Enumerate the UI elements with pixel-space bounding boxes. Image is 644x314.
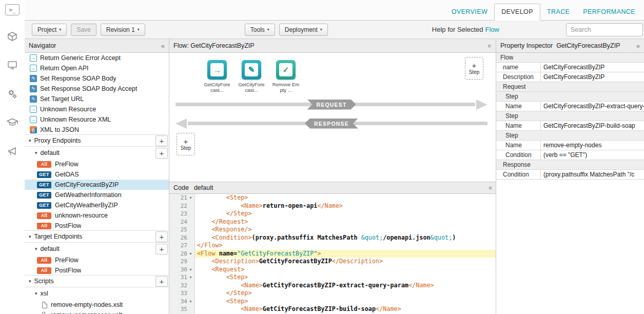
add-default-button[interactable]: + <box>155 244 168 254</box>
inspector-row-label: Condition <box>496 150 540 160</box>
section-label: Proxy Endpoints <box>34 137 81 144</box>
deployment-menu-label: Deployment <box>285 26 318 33</box>
fold-toggle-icon[interactable]: ▾ <box>187 195 194 200</box>
gutter-line: 23 <box>169 210 194 218</box>
flow-title: Flow: GetCityForecastByZIP <box>173 42 255 49</box>
inspector-row-label: Step <box>496 92 518 101</box>
code-line: <Request> <box>195 266 496 274</box>
flow-item-postflow[interactable]: AllPostFlow <box>25 221 169 231</box>
search-input[interactable] <box>566 23 643 36</box>
collapse-flow-icon[interactable]: « <box>486 44 493 47</box>
line-number: 27 <box>181 242 187 249</box>
policy-item-set-target-url[interactable]: ✎Set Target URL <box>25 94 169 104</box>
gears-icon[interactable] <box>4 86 21 102</box>
fold-toggle-icon[interactable]: ▾ <box>187 299 194 304</box>
code-line: <Name>GetCityForecastByZIP-extract-query… <box>195 282 496 290</box>
extract-policy-icon: → <box>207 60 227 80</box>
chevron-down-icon: ▾ <box>267 27 269 32</box>
method-badge: All <box>37 223 51 229</box>
add-scripts-button[interactable]: + <box>155 276 168 287</box>
inspector-row-value[interactable]: GetCityForecastByZIP-extract-query-param <box>540 102 644 111</box>
flow-item-preflow[interactable]: AllPreFlow <box>25 159 169 169</box>
group-label: xsl <box>41 290 48 297</box>
flow-item-postflow[interactable]: AllPostFlow <box>25 265 169 276</box>
method-badge: GET <box>37 192 51 199</box>
section-target-endpoints[interactable]: ▾Target Endpoints+ <box>25 230 169 243</box>
inspector-row-value[interactable]: GetCityForecastByZIP <box>540 63 644 72</box>
policy-item-set-response-soap-body-accept[interactable]: ✎Set Response SOAP Body Accept <box>25 84 169 94</box>
response-flow-line: RESPONSE <box>175 121 487 126</box>
add-proxy-endpoints-button[interactable]: + <box>155 135 168 146</box>
flow-item-preflow[interactable]: AllPreFlow <box>25 255 169 265</box>
add-step-button-request[interactable]: + Step <box>465 57 483 80</box>
inspector-row-value[interactable]: GetCityForecastByZIP-build-soap <box>540 121 644 130</box>
inspector-row-value[interactable]: remove-empty-nodes <box>540 141 644 150</box>
deployment-menu-button[interactable]: Deployment ▾ <box>279 24 328 36</box>
gutter-line: 22 <box>169 202 194 210</box>
file-item-remove-namespaces-xslt[interactable]: remove-namespaces.xslt <box>25 310 169 314</box>
megaphone-icon[interactable] <box>4 144 21 159</box>
terminal-icon[interactable]: >_ <box>5 4 19 15</box>
tools-menu-button[interactable]: Tools ▾ <box>245 24 275 36</box>
policy-item-unknown-resource-xml[interactable]: →Unknown Resource XML <box>25 114 169 125</box>
collapse-navigator-icon[interactable]: « <box>161 43 165 49</box>
policy-item-return-generic-error-accept[interactable]: →Return Generic Error Accept <box>25 53 169 63</box>
inspector-property-row: nameGetCityForecastByZIP <box>496 63 644 72</box>
package-icon[interactable] <box>4 29 21 44</box>
collapse-code-icon[interactable]: « <box>486 186 493 189</box>
screen-icon[interactable] <box>4 57 21 73</box>
tab-develop[interactable]: DEVELOP <box>494 4 540 21</box>
policy-item-xml-to-json[interactable]: {}XML to JSON <box>25 125 169 135</box>
step-label: Step <box>469 69 480 75</box>
navigator-panel: Navigator « →Return Generic Error Accept… <box>25 39 169 314</box>
line-number: 34 <box>181 298 187 305</box>
inspector-row-label: Condition <box>496 170 540 179</box>
section-proxy-endpoints[interactable]: ▾Proxy Endpoints+ <box>25 134 169 147</box>
code-editor[interactable]: 21▾22232425262728▾2930▾31▾323334▾35 <Ste… <box>169 194 496 314</box>
group-default[interactable]: ▾default+ <box>25 147 169 159</box>
inspector-row-value[interactable]: (verb == "GET") <box>540 150 644 160</box>
tab-trace[interactable]: TRACE <box>540 4 576 20</box>
fold-toggle-icon[interactable]: ▾ <box>187 251 194 256</box>
gutter-line: 32 <box>169 282 194 290</box>
policy-item-label: Return Open API <box>40 65 89 72</box>
section-label: Target Endpoints <box>34 233 83 240</box>
inspector-row-value[interactable]: (proxy.pathsuffix MatchesPath "/c <box>540 170 644 179</box>
fold-toggle-icon[interactable]: ▾ <box>187 275 194 280</box>
flow-item-getcityweatherbyzip[interactable]: GETGetCityWeatherByZIP <box>25 200 169 210</box>
add-step-button-response[interactable]: + Step <box>177 133 195 155</box>
graduation-cap-icon[interactable] <box>4 115 21 130</box>
project-menu-button[interactable]: Project ▾ <box>32 24 67 36</box>
inspector-section-row: Step <box>496 111 644 121</box>
inspector-row-value[interactable]: GetCityForecastByZIP <box>540 72 644 82</box>
flow-item-getweatherinformation[interactable]: GETGetWeatherInformation <box>25 190 169 200</box>
section-scripts[interactable]: ▾Scripts+ <box>25 275 169 287</box>
group-xsl[interactable]: ▾xsl <box>25 287 169 300</box>
flow-policy-extract[interactable]: →GetCityForecast... <box>203 60 231 93</box>
tab-performance[interactable]: PERFORMANCE <box>576 4 642 20</box>
policy-item-set-response-soap-body[interactable]: ✎Set Response SOAP Body <box>25 73 169 84</box>
tab-overview[interactable]: OVERVIEW <box>445 4 494 20</box>
flow-item-unknown-resource[interactable]: Allunknown-resource <box>25 210 169 221</box>
save-button[interactable]: Save <box>71 24 96 36</box>
collapse-inspector-icon[interactable]: » <box>636 43 640 49</box>
revision-menu-button[interactable]: Revision 1 ▾ <box>101 24 145 36</box>
flow-policy-edit[interactable]: ✎GetCityForecast... <box>238 60 265 93</box>
help-flow-link[interactable]: Flow <box>485 26 499 33</box>
line-number: 22 <box>181 203 187 209</box>
code-line: <Step> <box>195 194 496 202</box>
flow-policy-check[interactable]: ✓Remove Empty ... <box>272 60 300 93</box>
flow-item-getoas[interactable]: GETGetOAS <box>25 169 169 180</box>
flow-item-getcityforecastbyzip[interactable]: GETGetCityForecastByZIP <box>25 180 169 190</box>
add-target-endpoints-button[interactable]: + <box>155 231 168 242</box>
fold-toggle-icon[interactable]: ▾ <box>187 267 194 272</box>
flow-item-label: GetOAS <box>55 171 79 178</box>
code-line: </Flow> <box>195 242 496 250</box>
code-line: </Step> <box>195 289 496 298</box>
triangle-down-icon: ▾ <box>35 291 37 296</box>
group-default[interactable]: ▾default+ <box>25 243 169 255</box>
file-item-remove-empty-nodes-xslt[interactable]: remove-empty-nodes.xslt <box>25 300 169 310</box>
add-default-button[interactable]: + <box>155 148 168 159</box>
policy-item-return-open-api[interactable]: →Return Open API <box>25 63 169 73</box>
policy-item-unknown-resource[interactable]: →Unknown Resource <box>25 104 169 114</box>
